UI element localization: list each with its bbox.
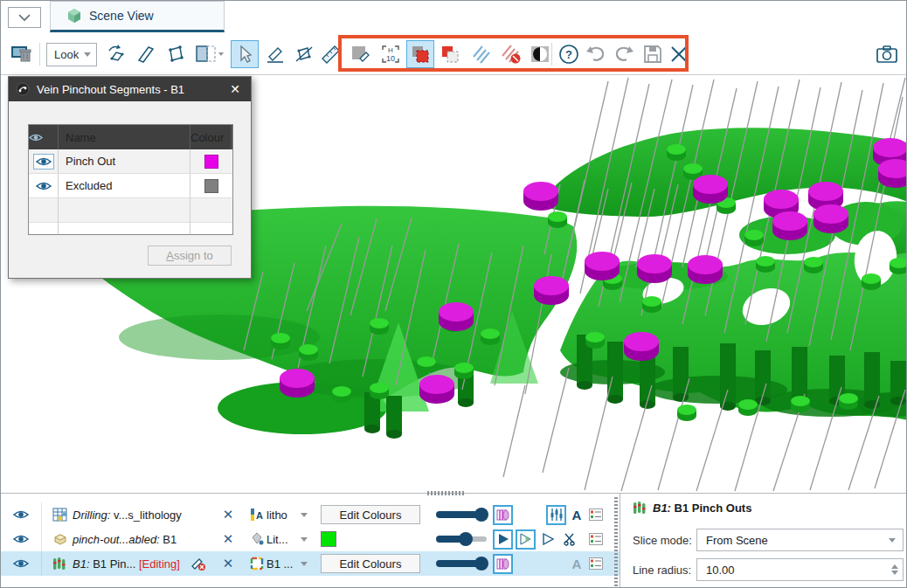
- edit-colours-button[interactable]: Edit Colours: [321, 505, 420, 524]
- eye-icon: [36, 181, 52, 191]
- opacity-slider[interactable]: [436, 557, 488, 571]
- slice-mode-value: From Scene: [706, 534, 768, 547]
- slice-mode-dropdown[interactable]: From Scene: [696, 529, 904, 551]
- visibility-toggle[interactable]: [36, 181, 52, 191]
- colour-column-header: Colour: [190, 125, 232, 149]
- bucket-fill-icon: [247, 529, 267, 549]
- eye-icon: [13, 534, 29, 544]
- table-row-excluded[interactable]: Excluded: [29, 174, 232, 198]
- chevron-down-icon[interactable]: [301, 513, 308, 517]
- cylinder-shader-icon: [495, 557, 510, 571]
- dialog-close-button[interactable]: ✕: [226, 82, 244, 96]
- visibility-toggle[interactable]: [11, 529, 31, 549]
- look-label: Look: [54, 48, 79, 61]
- visibility-toggle[interactable]: [33, 154, 54, 169]
- remove-layer-button[interactable]: ✕: [219, 507, 237, 522]
- flat-shading-toggle[interactable]: [516, 529, 536, 550]
- remove-from-selection-button[interactable]: [436, 40, 464, 68]
- dialog-titlebar[interactable]: Vein Pinchout Segments - B1 ✕: [9, 77, 251, 101]
- legend-toggle[interactable]: [586, 554, 606, 573]
- line-radius-spinner[interactable]: 10.00: [696, 558, 904, 581]
- colour-swatch[interactable]: [204, 179, 218, 193]
- svg-text:?: ?: [565, 48, 572, 61]
- chevron-down-icon[interactable]: [301, 562, 308, 566]
- value-filters-icon: [550, 508, 564, 522]
- colour-swatch[interactable]: [204, 155, 218, 169]
- select-tool-button[interactable]: [231, 40, 259, 68]
- column-divider: [41, 551, 42, 576]
- rotate-slicer-button[interactable]: [102, 40, 130, 68]
- pencil-cancel-icon: [190, 556, 207, 571]
- vertical-splitter-grip[interactable]: [614, 497, 618, 586]
- layer-row-pinchout-mesh[interactable]: pinch-out...abled: B1 ✕ Lit...: [1, 527, 620, 551]
- visibility-toggle[interactable]: [11, 554, 31, 573]
- tab-list-dropdown-button[interactable]: [8, 7, 41, 28]
- labels-toggle[interactable]: A: [567, 505, 586, 524]
- stop-editing-button[interactable]: [190, 556, 207, 571]
- layer-row-b1-pinchouts[interactable]: B1: B1 Pin... [Editing] ✕ B1 ... Edit Co…: [1, 551, 620, 576]
- camera-snapshot-button[interactable]: [873, 40, 901, 68]
- slice-mode-label: Slice mode:: [633, 534, 692, 547]
- eye-icon: [13, 558, 29, 569]
- add-to-selection-button[interactable]: [406, 40, 434, 68]
- clear-scene-icon: [10, 44, 33, 65]
- table-header-row: Name Colour: [29, 125, 232, 149]
- segments-icon: [16, 82, 30, 96]
- slice-toggle[interactable]: [560, 529, 579, 549]
- opacity-slider[interactable]: [436, 508, 488, 522]
- selection-width-button[interactable]: H 10: [377, 40, 405, 68]
- layer-type: B1:: [73, 557, 90, 571]
- remove-layer-button[interactable]: ✕: [219, 531, 237, 547]
- pinchout-segments-icon: [50, 554, 69, 573]
- paint-selection-button[interactable]: [347, 40, 375, 68]
- undo-button[interactable]: [581, 40, 609, 68]
- eye-icon: [29, 133, 43, 142]
- tab-bar: Scene View: [1, 1, 906, 32]
- colour-mode-value: litho: [267, 508, 287, 522]
- value-filters-toggle[interactable]: [546, 505, 566, 525]
- slice-box-button[interactable]: [191, 40, 228, 68]
- edit-colours-button[interactable]: Edit Colours: [321, 554, 420, 573]
- table-row-pinch-out[interactable]: Pinch Out: [29, 149, 232, 174]
- horizontal-splitter-grip[interactable]: [427, 491, 466, 495]
- spinner-buttons[interactable]: [887, 564, 903, 575]
- opacity-slider[interactable]: [436, 532, 488, 546]
- draw-line-button[interactable]: [261, 40, 289, 68]
- spin-down-icon: [891, 571, 898, 575]
- labels-toggle[interactable]: A: [567, 554, 586, 573]
- scissors-icon: [563, 532, 577, 546]
- tab-scene-view[interactable]: Scene View: [50, 1, 225, 32]
- flat-shading-toggle[interactable]: [493, 505, 513, 525]
- draw-line-icon: [264, 43, 287, 66]
- legend-toggle[interactable]: [586, 529, 606, 549]
- render-solid-toggle[interactable]: [493, 529, 513, 550]
- segment-name: Excluded: [59, 174, 190, 198]
- help-button[interactable]: ?: [555, 40, 583, 68]
- draw-slicer-polygon-button[interactable]: [162, 40, 190, 68]
- editing-badge: [Editing]: [139, 557, 180, 571]
- move-slicer-button[interactable]: [132, 40, 160, 68]
- cylinder-shader-icon: [495, 508, 510, 522]
- svg-text:10: 10: [386, 54, 395, 63]
- remove-hatching-button[interactable]: [497, 40, 525, 68]
- measure-ruler-button[interactable]: [317, 40, 345, 68]
- layer-colour-swatch[interactable]: [321, 531, 336, 547]
- invert-selection-button[interactable]: [526, 40, 554, 68]
- redo-button[interactable]: [611, 40, 639, 68]
- wireframe-toggle[interactable]: [538, 529, 557, 549]
- assign-to-button[interactable]: Assign to: [148, 246, 232, 266]
- split-triangle-icon: [519, 533, 532, 545]
- layer-row-drilling[interactable]: Drilling: v...s_lithology ✕ A litho Edit…: [1, 502, 620, 527]
- flat-shading-toggle[interactable]: [493, 554, 513, 574]
- clear-scene-button[interactable]: [8, 40, 36, 68]
- visibility-toggle[interactable]: [11, 505, 31, 524]
- properties-title: B1 Pinch Outs: [671, 502, 751, 515]
- draw-polygon-button[interactable]: [290, 40, 318, 68]
- chevron-down-icon[interactable]: [301, 537, 308, 542]
- show-hatching-button[interactable]: [467, 40, 495, 68]
- close-editor-button[interactable]: [665, 40, 693, 68]
- save-button[interactable]: [639, 40, 667, 68]
- legend-toggle[interactable]: [586, 505, 606, 524]
- remove-layer-button[interactable]: ✕: [219, 556, 237, 571]
- look-dropdown[interactable]: Look: [46, 43, 97, 66]
